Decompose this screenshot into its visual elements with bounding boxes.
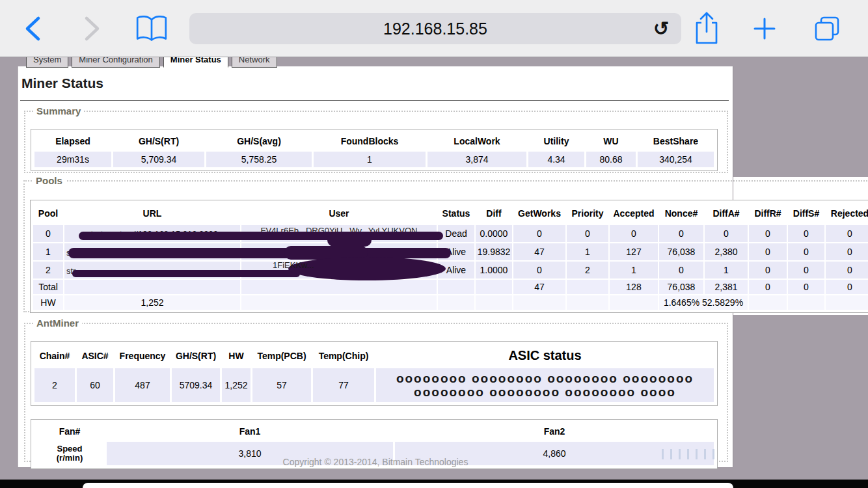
pool-id: 0 (33, 225, 63, 242)
summary-value-bestshare: 340,254 (638, 152, 714, 167)
pools-header: Accepted (610, 203, 658, 224)
antminer-asic-count: 60 (77, 368, 113, 402)
back-button[interactable] (20, 14, 48, 43)
pool-priority: 2 (567, 262, 608, 278)
pool-accepted: 127 (610, 243, 658, 260)
pool-nonce: 0 (659, 225, 703, 242)
forward-chevron-icon (78, 14, 104, 43)
pools-table: Pool URL User Status Diff GetWorks Prior… (32, 202, 868, 311)
pool-nonce: 0 (659, 262, 703, 278)
share-button[interactable] (692, 9, 722, 47)
summary-header: FoundBlocks (314, 133, 426, 150)
fan-header: Fan# (34, 423, 105, 440)
pools-header: GetWorks (513, 203, 565, 224)
total-diffa: 2,381 (705, 280, 748, 294)
pools-hw-row: HW 1,252 1.6465% 52.5829% (33, 295, 868, 310)
total-rejected: 0 (826, 280, 868, 294)
antminer-temp-chip: 77 (313, 368, 374, 402)
summary-fieldset: Summary Elapsed GH/S(RT) GH/S(avg) Found… (24, 111, 728, 173)
asic-status-line1: oooooooo oooooooo oooooooo oooooooo (377, 372, 713, 385)
new-tab-button[interactable] (750, 14, 779, 43)
antminer-header: Frequency (115, 345, 170, 366)
scrollbar-ticks (662, 449, 727, 461)
pools-header: URL (64, 203, 240, 224)
total-status (438, 280, 474, 294)
bottom-sheet-edge (83, 483, 733, 488)
pools-legend: Pools (33, 175, 66, 186)
summary-value-localwork: 3,874 (427, 152, 526, 167)
address-bar[interactable]: 192.168.15.85 ↻ (189, 13, 681, 44)
hw-count: 1,252 (64, 295, 240, 310)
hw-diff (476, 295, 512, 310)
pool-nonce: 76,038 (659, 243, 703, 260)
pool-priority: 1 (567, 243, 608, 260)
pool-diffs: 0 (788, 225, 824, 242)
page-title: Miner Status (21, 75, 103, 91)
pool-priority: 0 (567, 225, 608, 242)
summary-table-box: Elapsed GH/S(RT) GH/S(avg) FoundBlocks L… (31, 129, 718, 171)
title-rule (20, 100, 729, 101)
pools-fieldset: Pools Pool URL User Status Diff GetWorks… (23, 180, 868, 312)
summary-value-foundblocks: 1 (314, 152, 426, 167)
pool-row-0: 0 stratum+tcp://192.168.15.210:3333 FV4L… (33, 225, 868, 242)
summary-value-utility: 4.34 (528, 152, 584, 167)
pool-status: Dead (438, 225, 474, 242)
total-diffr: 0 (749, 280, 787, 294)
summary-header: Elapsed (34, 133, 111, 150)
pools-header: Status (438, 203, 474, 224)
redaction-mark (327, 233, 372, 247)
total-url (64, 280, 240, 294)
antminer-fieldset: AntMiner Chain# ASIC# Frequency GH/S(RT)… (24, 323, 728, 462)
pool-url-cell: s (64, 243, 240, 260)
pool-diffr: 0 (749, 225, 787, 242)
bookmarks-button[interactable] (134, 13, 169, 44)
pool-diffs: 0 (788, 243, 824, 260)
pools-header: Priority (567, 203, 608, 224)
pools-header: DiffA# (705, 203, 748, 224)
pool-url-cell: str (64, 262, 240, 278)
antminer-chain: 2 (34, 368, 75, 402)
redaction-mark (79, 232, 443, 240)
hw-status (438, 295, 474, 310)
hw-rejected (826, 295, 868, 310)
pool-rejected: 0 (826, 262, 868, 278)
pool-getworks: 0 (513, 225, 565, 242)
summary-header: WU (586, 133, 636, 150)
forward-button[interactable] (77, 14, 105, 43)
pool-diffr: 0 (749, 243, 787, 260)
bottom-edge-bar (0, 480, 868, 488)
antminer-header: ASIC# (77, 345, 113, 366)
summary-header: GH/S(avg) (206, 133, 312, 150)
reload-icon[interactable]: ↻ (649, 16, 673, 41)
antminer-temp-pcb: 57 (252, 368, 311, 402)
summary-legend: Summary (33, 105, 84, 116)
back-chevron-icon (21, 14, 47, 43)
summary-value-ghs-avg: 5,758.25 (206, 152, 312, 167)
antminer-header: GH/S(RT) (172, 345, 220, 366)
total-nonce: 76,038 (659, 280, 703, 294)
pools-header: Diff (476, 203, 512, 224)
share-icon (692, 9, 722, 47)
hw-user (241, 295, 437, 310)
summary-table: Elapsed GH/S(RT) GH/S(avg) FoundBlocks L… (33, 131, 716, 169)
summary-value-ghs-rt: 5,709.34 (113, 152, 204, 167)
antminer-hw: 1,252 (222, 368, 251, 402)
pool-accepted: 0 (610, 225, 658, 242)
summary-value-wu: 80.68 (586, 152, 636, 167)
antminer-table: Chain# ASIC# Frequency GH/S(RT) HW Temp(… (33, 343, 716, 404)
pools-header: DiffS# (788, 203, 824, 224)
total-accepted: 128 (610, 280, 658, 294)
pool-diffa: 0 (705, 225, 748, 242)
pool-diffr: 0 (749, 262, 787, 278)
pools-header: Nonce# (659, 203, 703, 224)
pool-row-2: 2 str 1FiEKKw... Alive 1.0000 0 2 1 0 (33, 262, 868, 278)
summary-value-elapsed: 29m31s (34, 152, 111, 167)
pool-row-1: 1 s Alive 19.9832 47 1 127 76,038 2,380 … (33, 243, 868, 260)
pool-diffa: 2,380 (705, 243, 748, 260)
tab-overview-button[interactable] (811, 13, 843, 44)
pools-header: Rejected (826, 203, 868, 224)
hw-priority (567, 295, 608, 310)
pool-getworks: 0 (513, 262, 565, 278)
total-diffs: 0 (788, 280, 824, 294)
fan-header: Fan2 (395, 423, 714, 440)
